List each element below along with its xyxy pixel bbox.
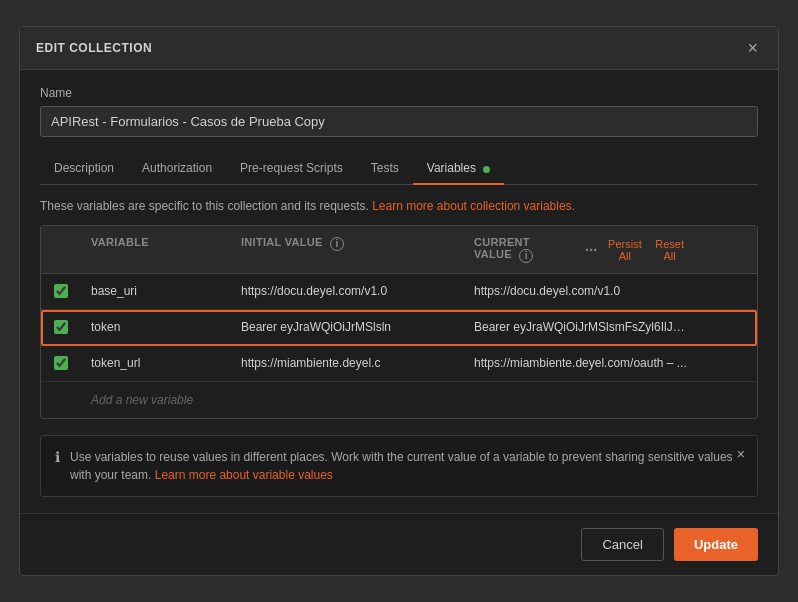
- row2-checkbox-cell: [41, 314, 81, 340]
- th-initial-value: INITIAL VALUE i: [231, 232, 464, 266]
- tab-description[interactable]: Description: [40, 153, 128, 185]
- info-banner-close-button[interactable]: ×: [737, 446, 745, 462]
- tab-tests[interactable]: Tests: [357, 153, 413, 185]
- persist-all-button[interactable]: Persist All: [606, 238, 645, 262]
- table-row: base_uri https://docu.deyel.com/v1.0 htt…: [41, 274, 757, 310]
- tab-pre-request[interactable]: Pre-request Scripts: [226, 153, 357, 185]
- info-banner: ℹ Use variables to reuse values in diffe…: [40, 435, 758, 497]
- row2-variable[interactable]: token: [81, 314, 231, 340]
- edit-collection-modal: EDIT COLLECTION × Name Description Autho…: [19, 26, 779, 575]
- modal-body: Name Description Authorization Pre-reque…: [20, 70, 778, 512]
- modal-footer: Cancel Update: [20, 513, 778, 575]
- initial-value-info-icon: i: [330, 237, 344, 251]
- add-variable-label[interactable]: Add a new variable: [81, 385, 757, 415]
- row3-checkbox-cell: [41, 350, 81, 376]
- update-button[interactable]: Update: [674, 528, 758, 561]
- info-banner-link[interactable]: Learn more about variable values: [155, 468, 333, 482]
- modal-title: EDIT COLLECTION: [36, 41, 152, 55]
- reset-all-button[interactable]: Reset All: [652, 238, 687, 262]
- info-banner-icon: ℹ: [55, 449, 60, 465]
- add-row-checkbox-placeholder: [41, 394, 81, 406]
- table-row: token_url https://miambiente.deyel.c htt…: [41, 346, 757, 382]
- name-label: Name: [40, 86, 758, 100]
- variables-info-link[interactable]: Learn more about collection variables.: [372, 199, 575, 213]
- row1-initial-value[interactable]: https://docu.deyel.com/v1.0: [231, 278, 464, 304]
- row1-checkbox-cell: [41, 278, 81, 304]
- th-checkbox: [41, 232, 81, 266]
- variables-table: VARIABLE INITIAL VALUE i CURRENT VALUE i…: [40, 225, 758, 418]
- th-spacer: [697, 232, 757, 266]
- row1-actions: [697, 285, 757, 297]
- th-variable: VARIABLE: [81, 232, 231, 266]
- row3-actions: [697, 357, 757, 369]
- row3-current-value[interactable]: https://miambiente.deyel.com/oauth – ...: [464, 350, 697, 376]
- variables-dot: [483, 166, 490, 173]
- table-row: token Bearer eyJraWQiOiJrMSlsln Bearer e…: [41, 310, 757, 346]
- row1-checkbox[interactable]: [54, 284, 68, 298]
- row3-initial-value[interactable]: https://miambiente.deyel.c: [231, 350, 464, 376]
- th-current-value-area: CURRENT VALUE i ··· Persist All Reset Al…: [464, 232, 697, 266]
- row1-current-value[interactable]: https://docu.deyel.com/v1.0: [464, 278, 697, 304]
- cancel-button[interactable]: Cancel: [581, 528, 663, 561]
- row2-checkbox[interactable]: [54, 320, 68, 334]
- table-header-row: VARIABLE INITIAL VALUE i CURRENT VALUE i…: [41, 226, 757, 273]
- close-button[interactable]: ×: [743, 39, 762, 57]
- row3-checkbox[interactable]: [54, 356, 68, 370]
- modal-header: EDIT COLLECTION ×: [20, 27, 778, 70]
- row2-initial-value[interactable]: Bearer eyJraWQiOiJrMSlsln: [231, 314, 464, 340]
- tab-authorization[interactable]: Authorization: [128, 153, 226, 185]
- name-input[interactable]: [40, 106, 758, 137]
- tab-variables[interactable]: Variables: [413, 153, 504, 185]
- row3-variable[interactable]: token_url: [81, 350, 231, 376]
- row2-current-value[interactable]: Bearer eyJraWQiOiJrMSlsmFsZyl6IlJTMjU2In…: [464, 314, 697, 340]
- th-dots-icon[interactable]: ···: [585, 242, 598, 258]
- info-banner-text: Use variables to reuse values in differe…: [70, 448, 743, 484]
- variables-info-text: These variables are specific to this col…: [40, 199, 758, 213]
- row1-variable[interactable]: base_uri: [81, 278, 231, 304]
- tabs-bar: Description Authorization Pre-request Sc…: [40, 153, 758, 185]
- add-variable-row: Add a new variable: [41, 382, 757, 418]
- row2-actions: [697, 321, 757, 333]
- current-value-info-icon: i: [519, 249, 533, 263]
